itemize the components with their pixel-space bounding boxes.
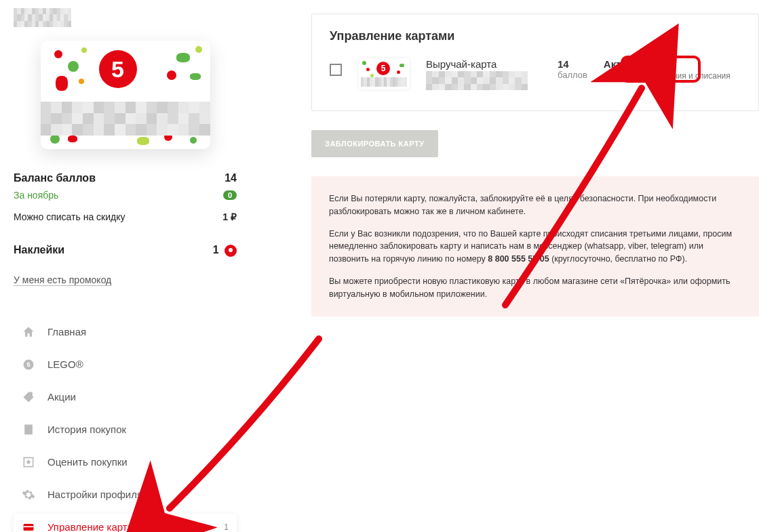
info-box: Если Вы потеряли карту, пожалуйста, забл… [311,176,759,316]
info-p1: Если Вы потеряли карту, пожалуйста, забл… [329,192,741,218]
card-points-label: баллов [558,70,587,80]
nav-label: История покупок [47,424,126,435]
cards-panel: Управление картами 5 [311,14,759,111]
gear-icon [22,488,35,502]
pyaterochka-logo-icon: 5 [376,62,390,75]
nav-label: LEGO® [47,359,83,370]
mini-card-image: 5 [358,58,410,89]
card-number-redacted [41,102,210,136]
nav-label: Главная [47,326,86,337]
nav-item-history[interactable]: История покупок [14,416,237,443]
card-number-redacted [426,71,528,90]
card-name: Выручай-карта [426,58,541,70]
balance-block: Баланс баллов 14 За ноябрь 0 Можно списа… [14,169,237,225]
panel-title: Управление картами [330,29,741,43]
info-p2: Если у Вас возникли подозрения, что по В… [329,228,741,266]
balance-month-badge: 0 [223,190,237,200]
loyalty-card-image: 5 [41,41,210,149]
mini-card-number-redacted [361,77,407,87]
stickers-value-wrap: 1 [213,244,237,257]
card-status: Активна [604,58,731,70]
nav-item-settings[interactable]: Настройки профиля [14,481,237,508]
card-points-value: 14 [558,58,587,70]
nav-badge: 1 [224,523,229,532]
card-checkbox[interactable] [330,64,342,76]
balance-month-label: За ноябрь [14,190,58,201]
promo-code-link[interactable]: У меня есть промокод [14,274,111,286]
nav-label: Оценить покупки [47,456,128,468]
svg-text:5: 5 [26,361,30,368]
star-icon [22,455,35,469]
nav-item-promotions[interactable]: Акции [14,384,237,411]
balance-discount-value: 1 ₽ [222,211,237,222]
tag-icon [22,390,35,404]
receipt-icon [22,423,35,436]
svg-rect-3 [24,526,34,527]
sidebar-nav: Главная 5 LEGO® Акции История покупок [14,319,237,532]
nav-item-cards[interactable]: Управление картами 1 [14,514,237,532]
lego-icon: 5 [22,358,35,371]
card-status-sub: доступны начисления и списания [604,71,731,81]
nav-label: Акции [47,391,76,403]
nav-item-lego[interactable]: 5 LEGO® [14,351,237,378]
nav-item-rate[interactable]: Оценить покупки [14,449,237,476]
nav-label: Управление картами [47,521,146,532]
nav-item-home[interactable]: Главная [14,319,237,346]
info-p3: Вы можете приобрести новую пластиковую к… [329,275,741,301]
card-icon [22,520,35,532]
card-row: 5 Выручай-карта 14 баллов Активна [330,58,741,90]
balance-points-label: Баланс баллов [14,172,96,184]
balance-points-value: 14 [225,172,237,184]
sticker-icon [225,245,237,257]
block-card-button[interactable]: ЗАБЛОКИРОВАТЬ КАРТУ [311,130,438,157]
info-phone: 8 800 555 55 05 [488,254,549,264]
sidebar: 5 Баланс баллов 14 За ноябрь 0 Можно спи… [0,0,250,532]
nav-label: Настройки профиля [47,489,142,500]
user-name-redacted [14,8,71,27]
stickers-value: 1 [213,244,219,255]
stickers-label: Наклейки [14,244,64,256]
pyaterochka-logo-icon: 5 [99,50,137,88]
main-content: Управление картами 5 [250,0,759,532]
info-p2b: (круглосуточно, бесплатно по РФ). [551,254,687,264]
balance-discount-label: Можно списать на скидку [14,211,125,222]
home-icon [22,325,35,339]
